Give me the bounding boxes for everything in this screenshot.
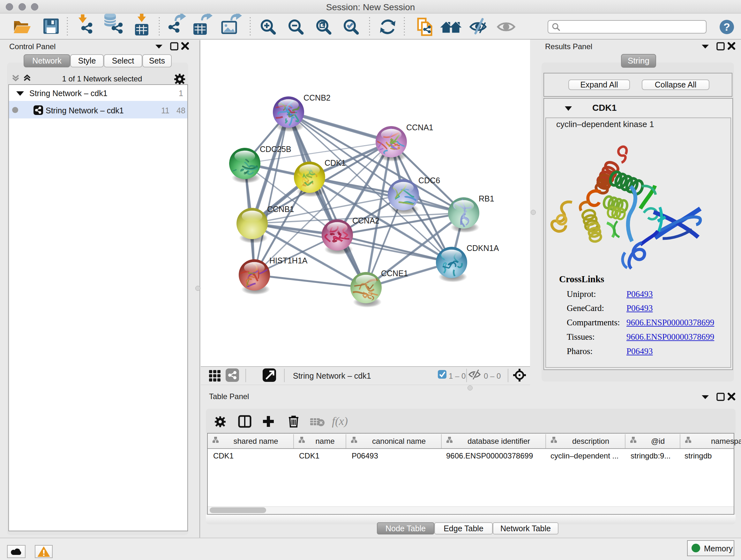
svg-text:CCNB2: CCNB2 [304,93,331,102]
svg-text:CCNE1: CCNE1 [381,269,408,278]
svg-text:CCNB1: CCNB1 [267,205,294,213]
svg-text:CDC25B: CDC25B [260,145,291,153]
svg-text:CDKN1A: CDKN1A [467,244,499,253]
svg-text:CCNA2: CCNA2 [352,216,380,225]
svg-text:CDC6: CDC6 [418,176,440,185]
svg-text:RB1: RB1 [479,194,494,203]
svg-text:HIST1H1A: HIST1H1A [269,256,308,265]
svg-text:CCNA1: CCNA1 [406,123,433,132]
svg-text:CDK1: CDK1 [325,159,346,167]
